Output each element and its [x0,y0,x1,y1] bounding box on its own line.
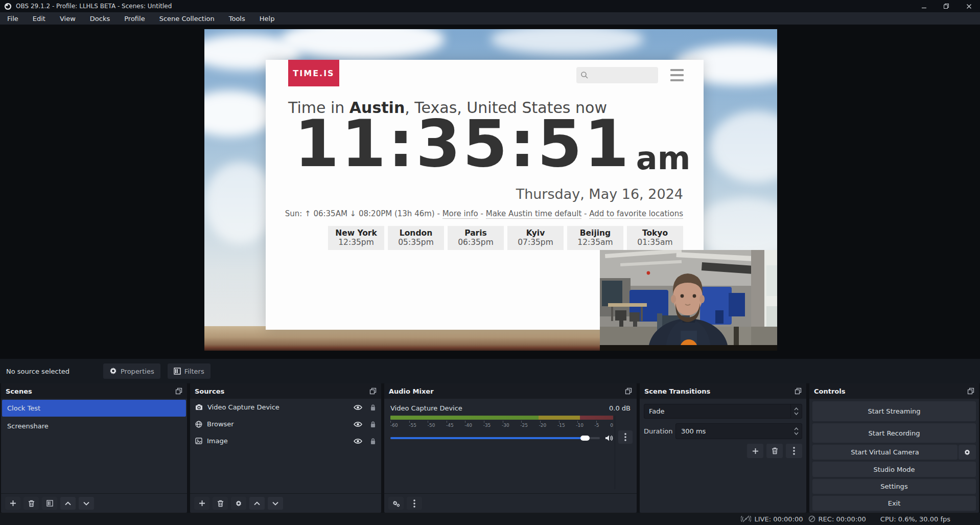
visibility-eye-icon[interactable] [354,421,362,427]
add-source-button[interactable] [194,497,209,510]
start-virtual-camera-button[interactable]: Start Virtual Camera [812,445,958,460]
menu-item-view[interactable]: View [53,12,83,25]
menu-item-help[interactable]: Help [252,12,282,25]
source-move-down-button[interactable] [268,497,283,510]
menu-item-profile[interactable]: Profile [117,12,152,25]
lock-icon[interactable] [370,421,376,428]
settings-button[interactable]: Settings [812,479,976,494]
sources-toolbar [190,493,381,513]
add-transition-button[interactable] [747,444,763,458]
sources-list: Video Capture Device Browser Image [190,399,381,493]
transition-menu-button[interactable] [786,444,802,458]
scenes-panel: Scenes Clock Test Screenshare [1,383,187,513]
menu-item-tools[interactable]: Tools [222,12,252,25]
scene-move-down-button[interactable] [79,497,94,510]
window-controls [913,0,980,12]
city-tile[interactable]: Paris06:35pm [448,226,504,250]
timeis-clock: 11:35:51 am [294,109,688,180]
virtual-camera-config-button[interactable] [959,445,976,460]
search-input[interactable] [589,71,650,80]
sources-title: Sources [195,387,224,395]
city-tile[interactable]: Beijing12:35am [567,226,623,250]
selected-source-status: No source selected [6,368,103,375]
timeis-search-box[interactable] [576,67,658,83]
city-tile[interactable]: Tokyo01:35am [627,226,683,250]
start-recording-button[interactable]: Start Recording [812,423,976,443]
scene-item-screenshare[interactable]: Screenshare [2,418,186,435]
advanced-audio-button[interactable] [388,497,404,510]
double-gear-icon [392,500,400,507]
preview-canvas[interactable]: TIME.IS Time in Austin, Texas, United St… [0,25,980,359]
lock-icon[interactable] [370,404,376,411]
timeis-logo[interactable]: TIME.IS [288,60,339,86]
popout-icon[interactable] [175,387,182,395]
menu-item-edit[interactable]: Edit [26,12,53,25]
program-video[interactable]: TIME.IS Time in Austin, Texas, United St… [204,29,777,351]
more-info-link[interactable]: More info [442,209,478,219]
remove-transition-button[interactable] [766,444,783,458]
menu-item-scene-collection[interactable]: Scene Collection [152,12,222,25]
window-title: OBS 29.1.2 - Profile: LLHLS BETA - Scene… [16,3,172,10]
close-button[interactable] [958,0,980,12]
search-icon [580,71,589,79]
mixer-menu-button[interactable] [407,497,422,510]
popout-icon[interactable] [625,387,632,395]
cloud-shape [204,90,276,136]
source-properties-button[interactable] [231,497,246,510]
make-default-link[interactable]: Make Austin time default [486,209,582,219]
source-item-image[interactable]: Image [190,432,381,449]
exit-button[interactable]: Exit [812,496,976,511]
popout-icon[interactable] [795,387,802,395]
select-chevrons-icon[interactable] [790,404,802,418]
remove-scene-button[interactable] [24,497,39,510]
source-item-browser[interactable]: Browser [190,416,381,432]
globe-icon [195,421,202,428]
mixer-kebab-button[interactable] [618,430,633,444]
duration-input[interactable]: 300 ms [675,423,802,439]
add-favorite-link[interactable]: Add to favorite locations [589,209,683,219]
scenes-toolbar [1,493,187,513]
source-toolbar: No source selected Properties Filters [0,359,980,383]
audio-mixer-panel: Audio Mixer Video Capture Device 0.0 dB … [384,383,637,513]
world-cities-row: New York12:35pm London05:35pm Paris06:35… [328,226,683,250]
menu-item-file[interactable]: File [0,12,26,25]
webcam-scene [600,250,777,351]
menu-item-docks[interactable]: Docks [83,12,117,25]
source-item-video-capture[interactable]: Video Capture Device [190,399,381,416]
record-disabled-icon [808,515,815,522]
transition-select[interactable]: Fade [644,404,802,419]
gear-icon [235,500,242,507]
restore-button[interactable] [935,0,958,12]
spinner-chevrons-icon[interactable] [790,424,802,439]
remove-source-button[interactable] [213,497,228,510]
fader-track[interactable] [390,437,600,439]
dock-area: Scenes Clock Test Screenshare Sources [0,383,980,513]
popout-icon[interactable] [967,387,974,395]
fader-handle[interactable] [580,436,590,441]
visibility-eye-icon[interactable] [354,404,362,410]
add-scene-button[interactable] [5,497,20,510]
city-tile[interactable]: London05:35pm [388,226,444,250]
webcam-overlay[interactable] [600,250,777,351]
visibility-eye-icon[interactable] [354,438,362,444]
start-streaming-button[interactable]: Start Streaming [812,401,976,421]
scene-filters-button[interactable] [42,497,57,510]
properties-button[interactable]: Properties [103,363,160,379]
menubar: File Edit View Docks Profile Scene Colle… [0,12,980,25]
popout-icon[interactable] [369,387,377,395]
mixer-level-db: 0.0 dB [609,404,631,412]
stream-signal-muted-icon [741,515,751,522]
speaker-icon[interactable] [605,435,613,442]
source-move-up-button[interactable] [249,497,265,510]
mixer-channel-name: Video Capture Device [390,404,462,412]
scene-move-up-button[interactable] [60,497,76,510]
city-tile[interactable]: New York12:35pm [328,226,384,250]
city-tile[interactable]: Kyiv07:35pm [507,226,564,250]
studio-mode-button[interactable]: Studio Mode [812,462,976,477]
minimize-button[interactable] [913,0,935,12]
scene-item-clock-test[interactable]: Clock Test [2,400,186,417]
statusbar: LIVE: 00:00:00 REC: 00:00:00 CPU: 0.6%, … [0,513,980,525]
lock-icon[interactable] [370,438,376,445]
hamburger-menu-icon[interactable] [670,69,684,81]
filters-button[interactable]: Filters [168,363,211,379]
